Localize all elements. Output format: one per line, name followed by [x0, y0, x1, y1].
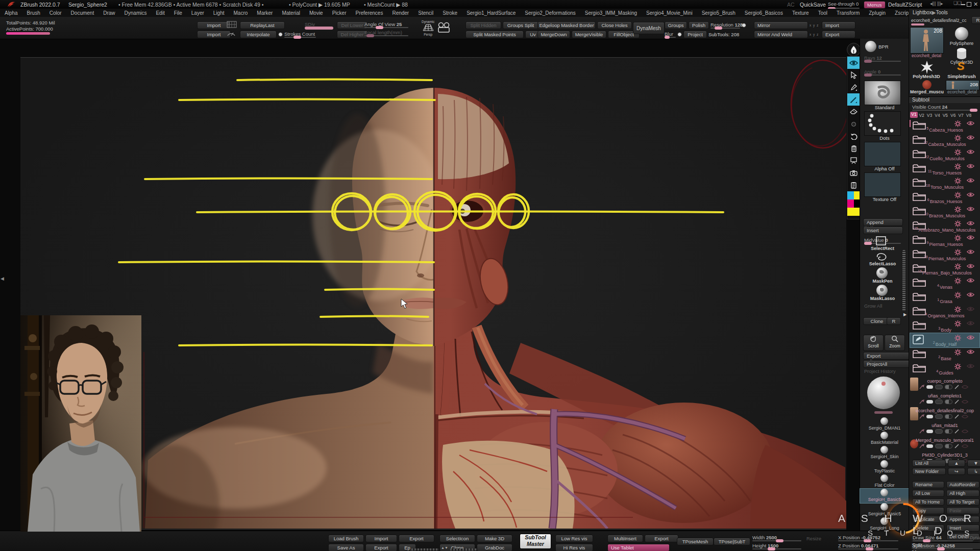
- see-through-slider[interactable]: See-through 0: [828, 1, 860, 8]
- color-palette[interactable]: [847, 191, 860, 216]
- y-position-slider[interactable]: Y Position -0.24258: [913, 543, 973, 549]
- eye-toggle-icon[interactable]: [967, 220, 974, 226]
- height-slider[interactable]: Height 1500: [752, 543, 801, 549]
- subtool-folder-row[interactable]: 3Body: [910, 319, 979, 333]
- version-tab[interactable]: V5: [943, 113, 948, 118]
- pencil-icon[interactable]: [847, 81, 860, 93]
- subtool-folder-row[interactable]: 25Antebrazo_Mano_Musculos: [910, 219, 979, 233]
- brush-toggle-icon[interactable]: [919, 444, 924, 448]
- focal-length-slider[interactable]: Focal length(mm): [364, 30, 408, 36]
- angle-of-view-slider[interactable]: Angle Of View 25: [364, 21, 408, 28]
- insert-button[interactable]: Insert: [863, 227, 903, 234]
- toggle-half-pill[interactable]: [945, 385, 952, 389]
- bottom-scrollbar-right[interactable]: [450, 548, 478, 550]
- current-material-sphere[interactable]: [867, 377, 900, 409]
- tpose-mesh-button[interactable]: TPoseMesh: [677, 538, 714, 545]
- resolution-slider[interactable]: Resolution 128: [710, 22, 740, 29]
- split-hidden-button[interactable]: Split Hidden: [465, 21, 501, 29]
- mask-lasso-icon[interactable]: [876, 285, 888, 296]
- eye-toggle-icon[interactable]: [967, 163, 974, 169]
- pen-nib-icon[interactable]: [847, 43, 861, 57]
- eye-toggle-icon[interactable]: [967, 192, 974, 197]
- material-item[interactable]: ToyPlastic: [860, 460, 909, 474]
- interpolate-button[interactable]: Interpolate: [240, 31, 277, 38]
- menu-item[interactable]: Preferences: [355, 10, 383, 16]
- toggle-off-pill[interactable]: [935, 444, 943, 448]
- eye-toggle-icon[interactable]: [967, 120, 974, 126]
- sdiv-slider[interactable]: SDiv: [305, 21, 333, 28]
- version-tab[interactable]: V7: [958, 113, 963, 118]
- version-tab[interactable]: V6: [950, 113, 955, 118]
- angle-slider[interactable]: Angle 0: [864, 69, 901, 76]
- blur-radio[interactable]: [677, 32, 682, 37]
- move-up-button[interactable]: ▲: [948, 460, 965, 467]
- subtool-folder-row[interactable]: 15Piernas_Bajo_Musculos: [910, 262, 979, 276]
- eye-dim-icon[interactable]: [962, 444, 968, 448]
- eye-toggle-icon[interactable]: [967, 320, 974, 326]
- left-tray-divider-arrow[interactable]: ◀: [1, 276, 4, 281]
- eye-toggle-icon[interactable]: [967, 235, 974, 240]
- low-res-vis-button[interactable]: Low Res vis: [555, 535, 593, 542]
- toggle-on-pill[interactable]: [926, 444, 933, 448]
- move-out-folder-button[interactable]: ↳: [967, 468, 980, 475]
- toggle-half-pill[interactable]: [945, 429, 952, 434]
- menu-item[interactable]: Light: [213, 10, 225, 16]
- pencil-toggle-icon[interactable]: [954, 385, 960, 389]
- toggle-on-pill[interactable]: [926, 430, 933, 433]
- grab-doc-button[interactable]: GrabDoc: [477, 544, 512, 551]
- brush-toggle-icon[interactable]: [919, 414, 924, 419]
- quicksave-button[interactable]: QuickSave: [800, 2, 826, 8]
- bb-export-button[interactable]: Export: [399, 535, 434, 542]
- subtool-item-row[interactable]: uñas_completo1: [910, 392, 979, 407]
- project-history-button[interactable]: Project History: [864, 368, 896, 374]
- menu-item[interactable]: Sergio6_Basicos: [745, 10, 783, 16]
- split-masked-points-button[interactable]: Split Masked Points: [465, 31, 524, 38]
- scroll-button[interactable]: Scroll: [863, 335, 884, 351]
- zoom-button[interactable]: Zoom: [885, 335, 905, 351]
- use-tablet-button[interactable]: Use Tablet: [607, 544, 670, 551]
- eye-toggle-icon[interactable]: [967, 278, 974, 283]
- edgeloop-masked-border-button[interactable]: Edgeloop Masked Border: [537, 21, 596, 29]
- bb-export3-button[interactable]: Export: [645, 535, 678, 542]
- import-doc-button[interactable]: Import: [197, 31, 231, 38]
- move-into-folder-button[interactable]: ↪: [948, 468, 965, 475]
- subtool-folder-row[interactable]: 9Piernas_Huesos: [910, 233, 979, 247]
- polymesh3d-icon[interactable]: [920, 61, 934, 74]
- bottom-scroll-arrows[interactable]: ▲▼: [441, 546, 448, 549]
- subtool-toggles[interactable]: [919, 385, 976, 389]
- menu-item[interactable]: Transform: [837, 10, 860, 16]
- eraser-icon[interactable]: [847, 106, 860, 118]
- menu-item[interactable]: Zscript: [895, 10, 910, 16]
- subtool-item-row[interactable]: uñas_mitad1: [910, 421, 979, 436]
- project-button[interactable]: Project: [683, 31, 707, 38]
- eye-dim-icon[interactable]: [962, 429, 968, 434]
- ecorche-3d-model[interactable]: [20, 57, 846, 529]
- swatch-magenta[interactable]: [847, 199, 854, 208]
- subtool-folder-row[interactable]: 11Torso_Huesos: [910, 162, 979, 176]
- menu-item[interactable]: Zplugin: [869, 10, 886, 16]
- tool-header-slider[interactable]: [911, 23, 924, 26]
- mirror-and-weld-button[interactable]: Mirror And Weld: [754, 31, 808, 38]
- list-all-button[interactable]: List All: [912, 460, 946, 467]
- new-folder-button[interactable]: New Folder: [912, 468, 946, 475]
- toggle-on-pill[interactable]: [926, 415, 933, 418]
- make-3d-button[interactable]: Make 3D: [477, 535, 512, 542]
- menu-item[interactable]: Color: [50, 10, 62, 16]
- select-lasso-icon[interactable]: [875, 252, 888, 261]
- menu-item[interactable]: Tool: [818, 10, 827, 16]
- toggle-off-pill[interactable]: [935, 399, 943, 404]
- menu-item[interactable]: Sergio4_Movie_Mini: [646, 10, 693, 16]
- subtool-folder-row[interactable]: 4Guides: [910, 362, 979, 376]
- material-item[interactable]: SergioH_Basic5: [860, 489, 909, 503]
- rays-slider[interactable]: Rays 12: [864, 55, 901, 62]
- menu-item[interactable]: Sergio1_HardSurface: [467, 10, 516, 16]
- stamp-grid-icon[interactable]: [227, 21, 237, 28]
- bpr-sphere-icon[interactable]: [865, 41, 876, 52]
- version-tab[interactable]: V8: [966, 113, 971, 118]
- pencil-toggle-icon[interactable]: [954, 414, 960, 419]
- export-canvas-button[interactable]: Export: [863, 352, 910, 360]
- tool-r-button[interactable]: R: [971, 16, 980, 24]
- eye-dim-icon[interactable]: [962, 414, 968, 419]
- menu-item[interactable]: Movie: [309, 10, 323, 16]
- mirror-axis-icons[interactable]: x y z: [810, 23, 819, 27]
